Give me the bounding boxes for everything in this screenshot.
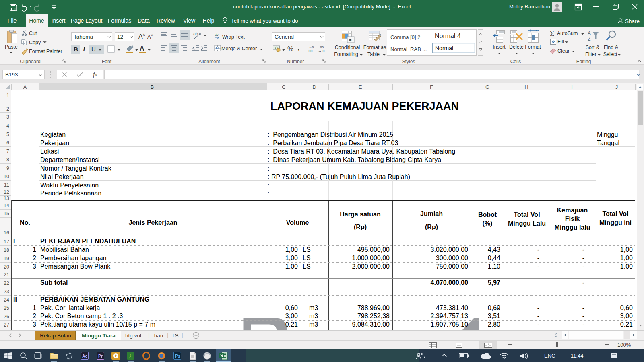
svg-text:≠: ≠ <box>349 37 351 42</box>
svg-text:ab: ab <box>193 31 198 36</box>
svg-text:→.0: →.0 <box>318 49 325 53</box>
svg-text:A: A <box>588 31 591 36</box>
svg-text:.00: .00 <box>319 45 324 49</box>
svg-text:.00: .00 <box>308 49 313 53</box>
svg-text:←0: ←0 <box>309 45 314 49</box>
svg-text:Z: Z <box>588 36 590 42</box>
svg-text:ab: ab <box>215 33 219 37</box>
